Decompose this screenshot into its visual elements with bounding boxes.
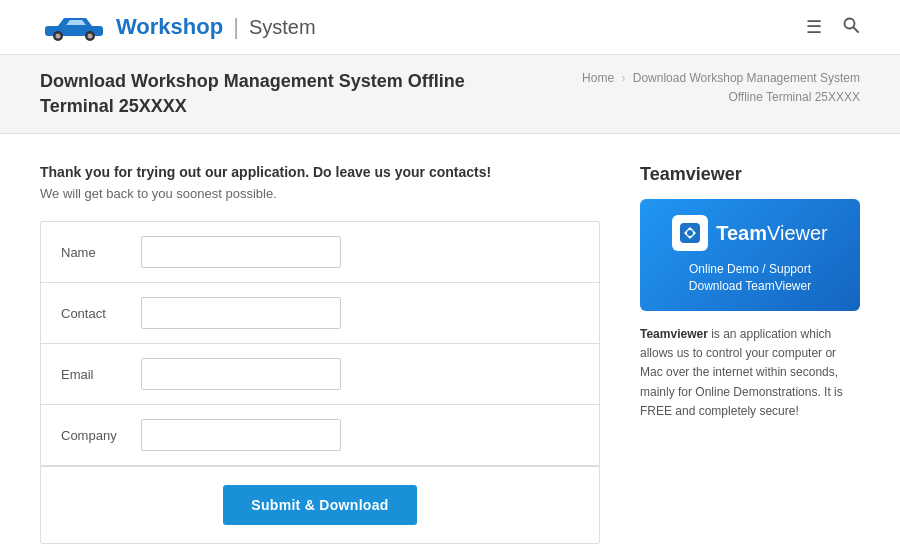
sub-text: We will get back to you soonest possible… [40, 186, 600, 201]
header: Workshop | System ☰ [0, 0, 900, 55]
svg-point-2 [56, 34, 61, 39]
input-email[interactable] [141, 358, 341, 390]
search-icon[interactable] [842, 16, 860, 38]
submit-download-button[interactable]: Submit & Download [223, 485, 416, 525]
label-name: Name [61, 245, 141, 260]
thank-you-text: Thank you for trying out our application… [40, 164, 600, 180]
svg-line-6 [853, 27, 858, 32]
teamviewer-bold-label: Teamviewer [640, 327, 708, 341]
form-section: Thank you for trying out our application… [40, 164, 600, 544]
form-row-contact: Contact [41, 283, 599, 344]
sidebar: Teamviewer TeamViewer Online Dem [640, 164, 860, 544]
sidebar-body-text: Teamviewer is an application which allow… [640, 325, 860, 421]
car-logo-icon [40, 12, 110, 42]
label-contact: Contact [61, 306, 141, 321]
input-company[interactable] [141, 419, 341, 451]
form-row-name: Name [41, 222, 599, 283]
logo-area: Workshop | System [40, 12, 316, 42]
logo-brand: Workshop [116, 14, 223, 40]
menu-icon[interactable]: ☰ [806, 16, 822, 38]
label-company: Company [61, 428, 141, 443]
form-row-company: Company [41, 405, 599, 466]
breadcrumb-home-link[interactable]: Home [582, 71, 614, 85]
tv-logo-row: TeamViewer [656, 215, 844, 251]
contact-form: Name Contact Email Company Submit & Down… [40, 221, 600, 544]
breadcrumb-nav: Home › Download Workshop Management Syst… [582, 69, 860, 107]
page-title: Download Workshop Management System Offl… [40, 69, 465, 119]
svg-point-8 [687, 230, 693, 236]
tv-brand-text: TeamViewer [716, 222, 828, 245]
tv-banner-line2: Download TeamViewer [656, 278, 844, 295]
main-content: Thank you for trying out our application… [0, 134, 900, 559]
teamviewer-icon [672, 215, 708, 251]
breadcrumb-current: Download Workshop Management System Offl… [633, 71, 860, 104]
page-title-block: Download Workshop Management System Offl… [40, 69, 465, 119]
input-contact[interactable] [141, 297, 341, 329]
submit-row: Submit & Download [41, 466, 599, 543]
header-icons: ☰ [806, 16, 860, 38]
input-name[interactable] [141, 236, 341, 268]
breadcrumb-separator: › [621, 71, 625, 85]
tv-banner-line1: Online Demo / Support [656, 261, 844, 278]
form-row-email: Email [41, 344, 599, 405]
svg-point-4 [88, 34, 93, 39]
teamviewer-banner[interactable]: TeamViewer Online Demo / Support Downloa… [640, 199, 860, 311]
label-email: Email [61, 367, 141, 382]
sidebar-title: Teamviewer [640, 164, 860, 185]
logo-system-text: System [249, 16, 316, 39]
breadcrumb-bar: Download Workshop Management System Offl… [0, 55, 900, 134]
